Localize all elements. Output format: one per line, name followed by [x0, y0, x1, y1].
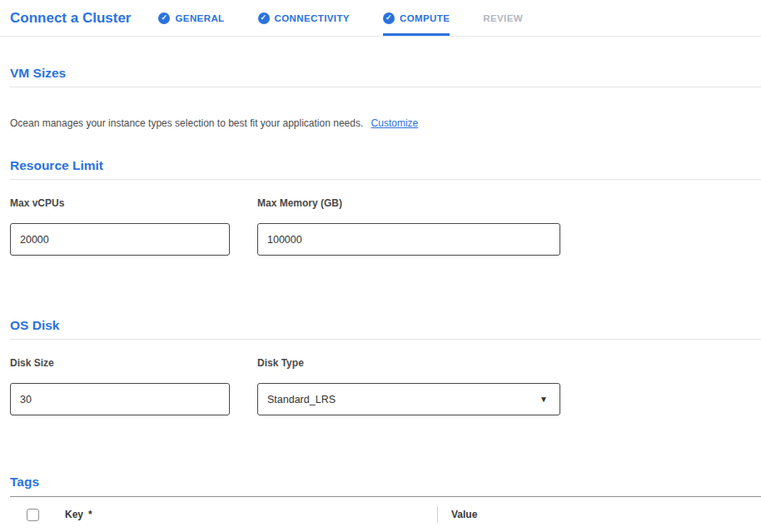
max-memory-field: Max Memory (GB)	[257, 197, 560, 256]
disk-type-label: Disk Type	[257, 357, 560, 369]
tags-table-header-row: Key* Value	[10, 497, 761, 532]
column-divider	[437, 506, 438, 523]
tab-compute-label: COMPUTE	[400, 13, 450, 23]
os-disk-heading: OS Disk	[10, 318, 761, 333]
customize-link[interactable]: Customize	[371, 117, 419, 129]
max-vcpus-label: Max vCPUs	[10, 197, 230, 209]
max-memory-label: Max Memory (GB)	[257, 197, 560, 209]
check-circle-icon: ✓	[383, 12, 395, 24]
disk-size-label: Disk Size	[10, 357, 230, 369]
vm-sizes-description-text: Ocean manages your instance types select…	[10, 117, 363, 129]
tab-general-label: GENERAL	[175, 13, 224, 23]
max-vcpus-field: Max vCPUs	[10, 197, 230, 256]
connect-cluster-wizard: Connect a Cluster ✓ GENERAL ✓ CONNECTIVI…	[0, 0, 761, 532]
max-memory-input[interactable]	[257, 223, 560, 256]
disk-type-selected-value: Standard_LRS	[267, 394, 336, 405]
page-title: Connect a Cluster	[10, 10, 131, 27]
tab-compute[interactable]: ✓ COMPUTE	[383, 0, 450, 36]
tags-heading: Tags	[10, 475, 761, 490]
check-circle-icon: ✓	[258, 12, 270, 24]
tab-connectivity-label: CONNECTIVITY	[275, 13, 350, 23]
wizard-tabs: ✓ GENERAL ✓ CONNECTIVITY ✓ COMPUTE REVIE…	[158, 0, 523, 36]
max-vcpus-input[interactable]	[10, 223, 230, 256]
chevron-down-icon: ▼	[540, 395, 548, 404]
os-disk-fields: Disk Size Disk Type Standard_LRS ▼	[10, 357, 761, 415]
disk-type-select[interactable]: Standard_LRS ▼	[257, 383, 560, 415]
tags-key-column-header: Key*	[65, 509, 437, 520]
tab-review-label: REVIEW	[483, 13, 523, 23]
section-divider	[10, 339, 761, 340]
tags-value-column-header: Value	[451, 509, 477, 520]
vm-sizes-description: Ocean manages your instance types select…	[10, 117, 761, 129]
disk-size-field: Disk Size	[10, 357, 230, 415]
required-asterisk: *	[88, 509, 92, 520]
key-header-label: Key	[65, 509, 83, 520]
vm-sizes-heading: VM Sizes	[10, 66, 761, 81]
disk-type-field: Disk Type Standard_LRS ▼	[257, 357, 560, 415]
section-divider	[10, 179, 761, 180]
tab-connectivity[interactable]: ✓ CONNECTIVITY	[258, 0, 350, 36]
tab-review[interactable]: REVIEW	[483, 0, 523, 36]
disk-size-input[interactable]	[10, 383, 230, 415]
resource-limit-fields: Max vCPUs Max Memory (GB)	[10, 197, 761, 256]
wizard-header: Connect a Cluster ✓ GENERAL ✓ CONNECTIVI…	[0, 0, 761, 37]
check-circle-icon: ✓	[158, 12, 170, 24]
section-divider	[10, 87, 761, 87]
select-all-checkbox[interactable]	[27, 509, 39, 521]
tab-general[interactable]: ✓ GENERAL	[158, 0, 224, 36]
resource-limit-heading: Resource Limit	[10, 158, 761, 173]
